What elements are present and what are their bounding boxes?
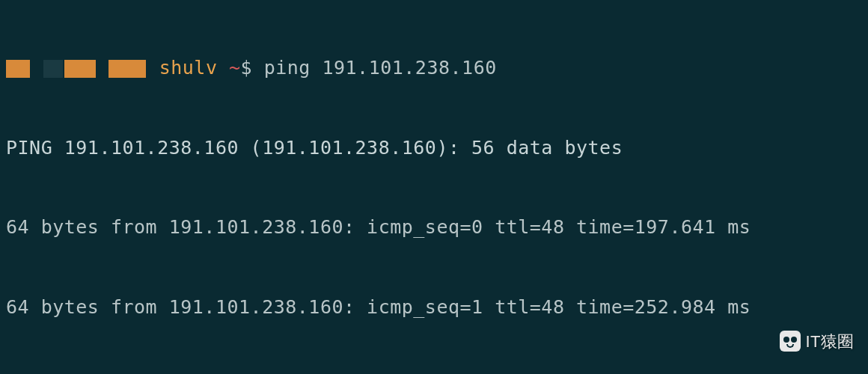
redacted-block [64, 60, 96, 78]
terminal[interactable]: shulv ~$ ping 191.101.238.160 PING 191.1… [6, 1, 862, 374]
wechat-icon [780, 331, 801, 352]
prompt-symbol: $ [241, 57, 253, 79]
redacted-block [43, 60, 63, 78]
ping-header: PING 191.101.238.160 (191.101.238.160): … [6, 135, 862, 162]
hostname: shulv [159, 57, 218, 79]
command-text: ping 191.101.238.160 [264, 57, 497, 79]
prompt-path: ~ [229, 57, 241, 79]
prompt-line-1: shulv ~$ ping 191.101.238.160 [6, 55, 862, 82]
redacted-block [109, 60, 146, 78]
watermark-text: IT猿圈 [805, 330, 855, 353]
redacted-block [6, 60, 30, 78]
ping-reply: 64 bytes from 191.101.238.160: icmp_seq=… [6, 214, 862, 241]
ping-reply: 64 bytes from 191.101.238.160: icmp_seq=… [6, 294, 862, 321]
watermark: IT猿圈 [780, 330, 855, 353]
